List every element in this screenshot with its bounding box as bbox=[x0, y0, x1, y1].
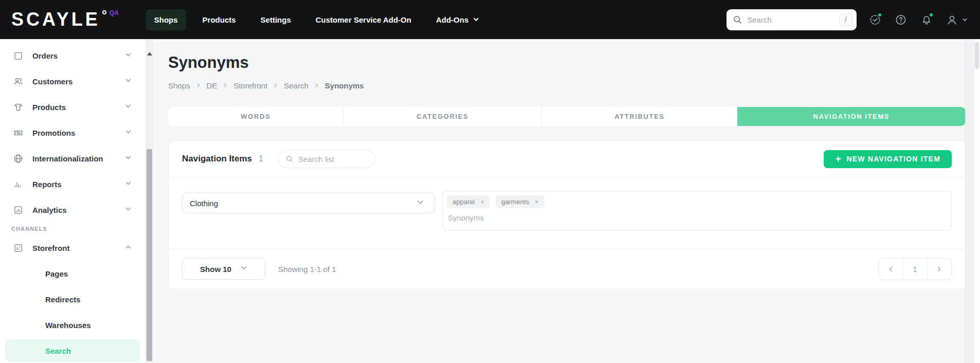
synonyms-tabs: WORDS CATEGORIES ATTRIBUTES NAVIGATION I… bbox=[168, 107, 966, 126]
topbar-nav-addons[interactable]: Add-Ons bbox=[428, 9, 487, 30]
box-icon bbox=[13, 50, 24, 61]
panel-count: 1 bbox=[259, 154, 263, 164]
breadcrumb-search[interactable]: Search bbox=[284, 81, 308, 90]
status-check-button[interactable] bbox=[868, 13, 881, 26]
chevron-down-icon bbox=[416, 198, 424, 208]
panel-title: Navigation Items bbox=[182, 154, 252, 164]
storefront-window-icon bbox=[13, 243, 24, 253]
breadcrumb-synonyms: Synonyms bbox=[325, 81, 364, 90]
sidebar-item-storefront[interactable]: Storefront bbox=[0, 235, 146, 261]
global-search-input[interactable] bbox=[747, 15, 839, 24]
chevron-down-icon bbox=[125, 51, 132, 60]
chevron-down-icon bbox=[962, 17, 968, 23]
navigation-item-row: Clothing apparel × garments × bbox=[169, 177, 965, 249]
sidebar-item-customers[interactable]: Customers bbox=[0, 68, 146, 94]
breadcrumb: Shops DE Storefront Search Synonyms bbox=[168, 81, 966, 90]
tab-attributes[interactable]: ATTRIBUTES bbox=[541, 107, 737, 126]
tab-categories[interactable]: CATEGORIES bbox=[343, 107, 542, 126]
notifications-button[interactable] bbox=[920, 13, 933, 26]
logo-ring-icon bbox=[102, 10, 106, 14]
synonyms-tags-field[interactable]: apparel × garments × bbox=[442, 191, 952, 230]
people-icon bbox=[13, 76, 24, 87]
tab-navigation-items[interactable]: NAVIGATION ITEMS bbox=[737, 107, 966, 126]
chevron-down-icon bbox=[125, 77, 132, 86]
pagination-prev-button[interactable] bbox=[879, 259, 902, 280]
search-icon bbox=[285, 155, 294, 163]
global-search[interactable]: / bbox=[727, 9, 857, 30]
synonyms-input[interactable] bbox=[448, 213, 602, 222]
chevron-down-icon bbox=[125, 205, 132, 214]
sidebar: Orders Customers Products Promotions Int… bbox=[0, 39, 146, 363]
synonym-chips: apparel × garments × bbox=[447, 195, 947, 208]
search-icon bbox=[733, 15, 742, 25]
topbar-nav-products[interactable]: Products bbox=[194, 9, 244, 30]
scroll-up-arrow-icon[interactable] bbox=[147, 52, 152, 56]
notifications-dot bbox=[929, 12, 934, 17]
list-search-input[interactable] bbox=[298, 155, 365, 164]
sidebar-item-internationalization[interactable]: Internationalization bbox=[0, 146, 146, 171]
ticket-percent-icon bbox=[13, 128, 24, 138]
pagination-page-1[interactable]: 1 bbox=[902, 259, 927, 280]
list-search[interactable] bbox=[278, 150, 375, 168]
breadcrumb-shops[interactable]: Shops bbox=[168, 81, 190, 90]
category-select-value: Clothing bbox=[190, 199, 218, 208]
chevron-down-icon bbox=[473, 16, 479, 23]
chevron-down-icon bbox=[240, 264, 247, 274]
results-summary: Showing 1-1 of 1 bbox=[278, 265, 336, 274]
search-shortcut-badge: / bbox=[839, 13, 852, 26]
sidebar-item-products[interactable]: Products bbox=[0, 94, 146, 120]
help-icon bbox=[895, 13, 907, 26]
card-header: Navigation Items 1 + NEW NAVIGATION ITEM bbox=[169, 141, 965, 177]
chevron-down-icon bbox=[125, 179, 132, 189]
sidebar-item-orders[interactable]: Orders bbox=[0, 43, 146, 68]
topbar-nav-customer-service-addon[interactable]: Customer Service Add-On bbox=[307, 9, 420, 30]
chevron-right-icon bbox=[196, 83, 201, 88]
main-scrollbar-thumb[interactable] bbox=[975, 42, 979, 69]
main-scrollbar-track[interactable] bbox=[974, 39, 980, 363]
user-menu[interactable] bbox=[946, 13, 968, 26]
pagination: 1 bbox=[878, 258, 952, 280]
new-navigation-item-button[interactable]: + NEW NAVIGATION ITEM bbox=[824, 150, 952, 168]
analytics-panel-icon bbox=[13, 205, 24, 215]
sidebar-subitem-pages[interactable]: Pages bbox=[0, 261, 146, 286]
chevron-right-icon bbox=[936, 266, 942, 273]
page-size-select[interactable]: Show 10 bbox=[182, 258, 265, 280]
synonym-chip-garments: garments × bbox=[496, 195, 545, 208]
breadcrumb-de[interactable]: DE bbox=[207, 81, 217, 90]
category-select[interactable]: Clothing bbox=[182, 193, 435, 213]
sidebar-subitem-redirects[interactable]: Redirects bbox=[0, 286, 146, 312]
remove-tag-icon[interactable]: × bbox=[480, 198, 484, 205]
logo-wordmark: SCAYLE bbox=[11, 8, 100, 31]
sidebar-scrollbar-thumb[interactable] bbox=[147, 149, 152, 361]
scayle-logo[interactable]: SCAYLE QA bbox=[11, 8, 119, 31]
main-content: Synonyms Shops DE Storefront Search Syno… bbox=[153, 39, 966, 363]
chevron-down-icon bbox=[125, 102, 132, 112]
chevron-up-icon bbox=[125, 243, 132, 252]
tshirt-icon bbox=[13, 102, 24, 113]
sidebar-subitem-search[interactable]: Search bbox=[5, 339, 140, 362]
main-scrollbar[interactable] bbox=[965, 39, 980, 363]
topbar-nav-shops[interactable]: Shops bbox=[146, 9, 186, 30]
sidebar-item-promotions[interactable]: Promotions bbox=[0, 120, 146, 146]
sidebar-subitem-warehouses[interactable]: Warehouses bbox=[0, 312, 146, 338]
sidebar-item-analytics[interactable]: Analytics bbox=[0, 197, 146, 223]
navigation-items-card: Navigation Items 1 + NEW NAVIGATION ITEM… bbox=[168, 140, 966, 289]
sidebar-scrollbar[interactable] bbox=[146, 39, 153, 363]
sidebar-item-reports[interactable]: Reports bbox=[0, 171, 146, 197]
help-button[interactable] bbox=[894, 13, 907, 26]
globe-icon bbox=[13, 153, 24, 164]
breadcrumb-storefront[interactable]: Storefront bbox=[233, 81, 267, 90]
tab-words[interactable]: WORDS bbox=[168, 107, 343, 126]
user-icon bbox=[946, 13, 958, 26]
chevron-down-icon bbox=[125, 128, 132, 137]
remove-tag-icon[interactable]: × bbox=[535, 198, 539, 205]
topbar-icons bbox=[868, 13, 973, 26]
topbar-nav: Shops Products Settings Customer Service… bbox=[146, 9, 488, 30]
topbar-nav-settings[interactable]: Settings bbox=[252, 9, 299, 30]
sidebar-section-channels: CHANNELS bbox=[0, 223, 146, 235]
chevron-down-icon bbox=[125, 154, 132, 163]
chevron-right-icon bbox=[273, 83, 278, 88]
topbar: SCAYLE QA Shops Products Settings Custom… bbox=[0, 0, 980, 39]
chevron-right-icon bbox=[223, 83, 228, 88]
pagination-next-button[interactable] bbox=[927, 259, 951, 280]
